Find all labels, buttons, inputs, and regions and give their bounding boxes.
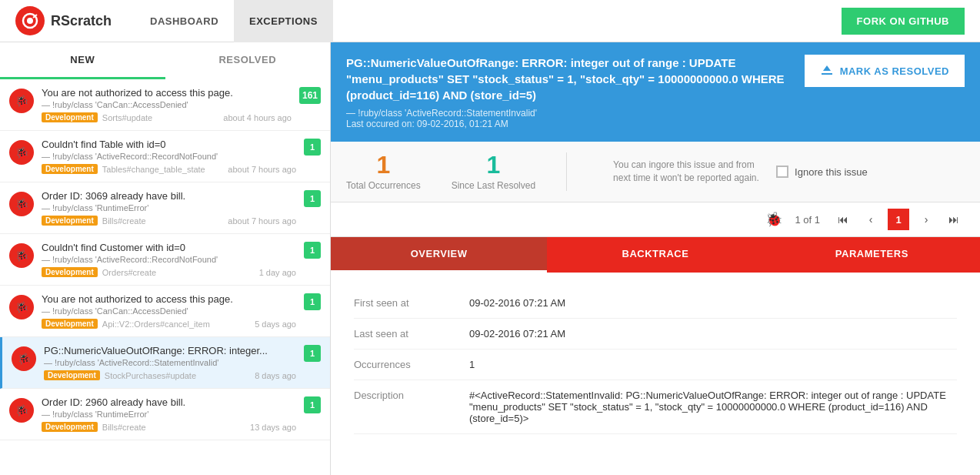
- last-page-button[interactable]: ⏭: [943, 209, 965, 230]
- time-text: about 7 hours ago: [228, 216, 296, 226]
- list-item[interactable]: 🐞 You are not authorized to access this …: [0, 79, 330, 131]
- main-layout: New Resolved 🐞 You are not authorized to…: [0, 42, 980, 475]
- exception-class: — !ruby/class 'RuntimeError': [42, 203, 296, 212]
- right-panel: PG::NumericValueOutOfRange: ERROR: integ…: [331, 42, 980, 475]
- error-header-content: PG::NumericValueOutOfRange: ERROR: integ…: [346, 55, 789, 129]
- exception-content: You are not authorized to access this pa…: [42, 293, 296, 329]
- detail-label: Last seen at: [354, 328, 454, 340]
- svg-rect-3: [822, 73, 832, 75]
- exception-meta: Development Bills#create 13 days ago: [42, 422, 296, 432]
- exception-title: Couldn't find Table with id=0: [42, 139, 296, 150]
- exception-content: Order ID: 2960 already have bill. — !rub…: [42, 396, 296, 432]
- exception-title: Order ID: 3069 already have bill.: [42, 190, 296, 202]
- stats-bar: 1 Total Occurrences 1 Since Last Resolve…: [331, 142, 980, 202]
- svg-marker-4: [823, 65, 831, 71]
- exception-meta: Development StockPurchases#update 8 days…: [44, 370, 296, 380]
- top-nav: RScratch Dashboard Exceptions Fork on Gi…: [0, 0, 980, 42]
- exception-content: Couldn't find Table with id=0 — !ruby/cl…: [42, 139, 296, 174]
- detail-value: #<ActiveRecord::StatementInvalid: PG::Nu…: [469, 390, 957, 424]
- exception-content: You are not authorized to access this pa…: [42, 87, 292, 122]
- bug-icon: 🐞: [9, 89, 34, 113]
- tab-backtrace[interactable]: Backtrace: [547, 237, 763, 273]
- app-title: RScratch: [51, 13, 112, 29]
- exception-meta: Development Tables#change_table_state ab…: [42, 164, 296, 174]
- bug-icon: 🐞: [9, 398, 34, 423]
- exception-class: — !ruby/class 'RuntimeError': [42, 410, 296, 419]
- nav-dashboard[interactable]: Dashboard: [135, 0, 234, 42]
- next-page-button[interactable]: ›: [915, 209, 937, 230]
- current-page: 1: [888, 209, 909, 230]
- env-badge: Development: [42, 422, 98, 432]
- controller-text: StockPurchases#update: [105, 371, 196, 380]
- controller-text: Sorts#update: [102, 113, 152, 122]
- exception-meta: Development Api::V2::Orders#cancel_item …: [42, 319, 296, 329]
- exception-title: You are not authorized to access this pa…: [42, 293, 296, 305]
- nav-exceptions[interactable]: Exceptions: [234, 0, 333, 42]
- left-panel: New Resolved 🐞 You are not authorized to…: [0, 42, 331, 475]
- detail-tabs: Overview Backtrace Parameters: [331, 237, 980, 273]
- upload-icon: [820, 64, 834, 78]
- ignore-label: Ignore this issue: [795, 166, 868, 178]
- list-item[interactable]: 🐞 Couldn't find Customer with id=0 — !ru…: [0, 234, 330, 286]
- time-text: 8 days ago: [255, 371, 296, 380]
- bug-filter-icon[interactable]: 🐞: [765, 211, 782, 228]
- total-occurrences-number: 1: [346, 152, 421, 177]
- env-badge: Development: [42, 112, 98, 122]
- fork-github-button[interactable]: Fork on GitHub: [842, 8, 965, 35]
- divider: [566, 152, 567, 191]
- detail-row: First seen at 09-02-2016 07:21 AM: [354, 288, 957, 319]
- ignore-checkbox[interactable]: [776, 166, 788, 178]
- controller-text: Orders#create: [102, 268, 156, 277]
- env-badge: Development: [42, 164, 98, 174]
- time-text: about 4 hours ago: [223, 113, 292, 122]
- error-subtitle-class: — !ruby/class 'ActiveRecord::StatementIn…: [346, 108, 789, 119]
- detail-row: Description #<ActiveRecord::StatementInv…: [354, 380, 957, 434]
- detail-value: 1: [469, 359, 957, 370]
- exception-class: — !ruby/class 'ActiveRecord::RecordNotFo…: [42, 255, 296, 264]
- ignore-checkbox-label[interactable]: Ignore this issue: [776, 166, 868, 178]
- since-last-resolved-label: Since Last Resolved: [452, 180, 535, 191]
- prev-page-button[interactable]: ‹: [860, 209, 882, 230]
- controller-text: Tables#change_table_state: [102, 165, 205, 174]
- total-occurrences-stat: 1 Total Occurrences: [346, 152, 421, 191]
- detail-label: Description: [354, 390, 454, 424]
- ignore-section: You can ingore this issue and from next …: [613, 159, 868, 185]
- list-item[interactable]: 🐞 Order ID: 2960 already have bill. — !r…: [0, 389, 330, 440]
- exception-class: — !ruby/class 'ActiveRecord::RecordNotFo…: [42, 152, 296, 161]
- page-info: 1 of 1: [795, 214, 820, 226]
- tab-overview[interactable]: Overview: [331, 237, 547, 273]
- error-header: PG::NumericValueOutOfRange: ERROR: integ…: [331, 42, 980, 142]
- bug-icon: 🐞: [9, 243, 34, 268]
- time-text: 1 day ago: [259, 268, 296, 277]
- pagination-bar: 🐞 1 of 1 ⏮ ‹ 1 › ⏭: [331, 202, 980, 237]
- exception-title: Order ID: 2960 already have bill.: [42, 396, 296, 408]
- exception-title: Couldn't find Customer with id=0: [42, 242, 296, 253]
- exception-meta: Development Bills#create about 7 hours a…: [42, 216, 296, 226]
- exception-list: 🐞 You are not authorized to access this …: [0, 79, 330, 475]
- count-badge: 1: [304, 190, 321, 207]
- list-item[interactable]: 🐞 PG::NumericValueOutOfRange: ERROR: int…: [0, 337, 330, 389]
- env-badge: Development: [42, 216, 98, 226]
- bug-icon: 🐞: [9, 192, 34, 216]
- list-item[interactable]: 🐞 You are not authorized to access this …: [0, 286, 330, 337]
- list-item[interactable]: 🐞 Order ID: 3069 already have bill. — !r…: [0, 182, 330, 234]
- env-badge: Development: [44, 370, 100, 380]
- tab-resolved[interactable]: Resolved: [165, 42, 331, 79]
- list-item[interactable]: 🐞 Couldn't find Table with id=0 — !ruby/…: [0, 131, 330, 182]
- env-badge: Development: [42, 267, 98, 277]
- controller-text: Api::V2::Orders#cancel_item: [102, 319, 210, 329]
- count-badge: 1: [304, 293, 321, 310]
- time-text: 13 days ago: [250, 423, 296, 432]
- tab-parameters[interactable]: Parameters: [764, 237, 980, 273]
- ignore-description: You can ingore this issue and from next …: [613, 159, 767, 185]
- tab-new[interactable]: New: [0, 42, 165, 79]
- detail-content: First seen at 09-02-2016 07:21 AM Last s…: [331, 273, 980, 475]
- bug-icon: 🐞: [9, 295, 34, 319]
- count-badge: 1: [304, 345, 321, 362]
- mark-resolved-button[interactable]: Mark as Resolved: [805, 55, 965, 87]
- exception-class: — !ruby/class 'CanCan::AccessDenied': [42, 306, 296, 316]
- first-page-button[interactable]: ⏮: [832, 209, 854, 230]
- exception-class: — !ruby/class 'CanCan::AccessDenied': [42, 100, 292, 109]
- logo-area: RScratch: [15, 6, 112, 35]
- svg-point-1: [27, 18, 33, 24]
